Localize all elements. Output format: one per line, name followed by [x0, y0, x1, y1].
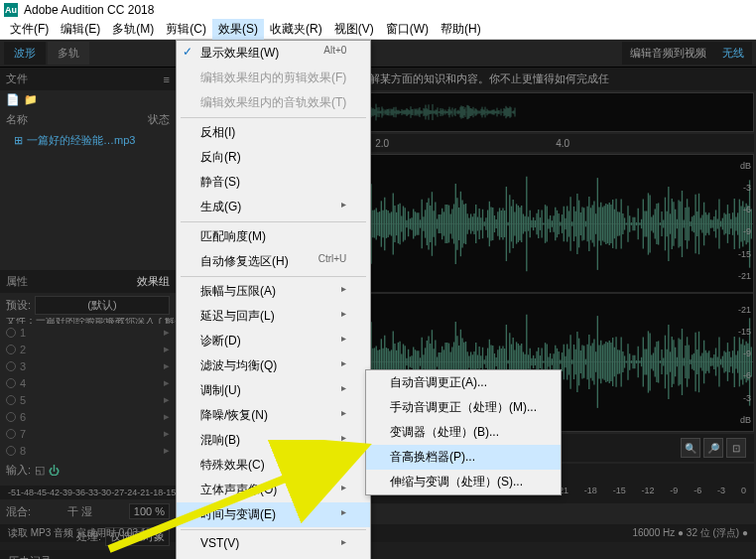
- menu-edit[interactable]: 编辑(E): [55, 19, 106, 40]
- mix-percent[interactable]: 100 %: [129, 503, 170, 519]
- menu-item[interactable]: 匹配响度(M): [177, 224, 370, 249]
- menu-clip[interactable]: 剪辑(C): [160, 19, 212, 40]
- menu-item-label: 混响(B): [200, 432, 240, 449]
- ruler-mark: -24: [124, 488, 137, 497]
- workspace-video[interactable]: 编辑音频到视频: [622, 42, 714, 65]
- submenu-item[interactable]: 音高换档器(P)...: [366, 445, 561, 470]
- col-status[interactable]: 状态: [148, 112, 170, 127]
- menu-help[interactable]: 帮助(H): [435, 19, 487, 40]
- db-mark: dB: [731, 415, 751, 425]
- menu-view[interactable]: 视图(V): [328, 19, 380, 40]
- menu-favorites[interactable]: 收藏夹(R): [264, 19, 328, 40]
- menu-item[interactable]: 诊断(D)▸: [177, 329, 370, 353]
- power-toggle-icon[interactable]: [6, 395, 16, 405]
- power-toggle-icon[interactable]: [6, 429, 16, 439]
- db-mark: -3: [731, 393, 751, 403]
- chevron-right-icon: ▸: [164, 359, 170, 372]
- menu-window[interactable]: 窗口(W): [380, 19, 435, 40]
- status-right: 16000 Hz ● 32 位 (浮点) ●: [632, 526, 748, 540]
- menu-item-label: 显示效果组(W): [200, 45, 279, 62]
- menu-item[interactable]: 滤波与均衡(Q)▸: [177, 353, 370, 378]
- tab-waveform[interactable]: 波形: [4, 42, 46, 65]
- workspace-wireless[interactable]: 无线: [714, 42, 752, 65]
- power-toggle-icon[interactable]: [6, 378, 16, 388]
- menu-item-label: 反向(R): [200, 149, 241, 166]
- menu-item[interactable]: ✓显示效果组(W)Alt+0: [177, 41, 370, 66]
- preset-select[interactable]: (默认): [35, 296, 170, 315]
- menu-item[interactable]: 混响(B)▸: [177, 428, 370, 453]
- zoom-out-icon[interactable]: 🔎: [703, 438, 723, 458]
- submenu-item[interactable]: 自动音调更正(A)...: [366, 370, 561, 395]
- menu-item[interactable]: VST(V)▸: [177, 532, 370, 554]
- menu-item[interactable]: 批处理(S)▸: [177, 554, 370, 559]
- effect-slot[interactable]: 4▸: [0, 374, 176, 391]
- zoom-full-icon[interactable]: ⊡: [726, 438, 746, 458]
- new-file-icon[interactable]: 📄: [6, 93, 20, 106]
- mode-toolbar: 波形 多轨 编辑音频到视频 无线: [0, 40, 756, 68]
- effect-slot[interactable]: 3▸: [0, 357, 176, 374]
- menubar: 文件(F) 编辑(E) 多轨(M) 剪辑(C) 效果(S) 收藏夹(R) 视图(…: [0, 20, 756, 40]
- menu-effects[interactable]: 效果(S): [212, 19, 264, 40]
- db-mark: -21: [731, 271, 751, 281]
- power-icon[interactable]: ⏻: [49, 465, 60, 477]
- col-name[interactable]: 名称: [6, 112, 28, 127]
- input-meter-icon[interactable]: ◱: [35, 464, 45, 477]
- menu-item-label: 调制(U): [200, 382, 241, 399]
- effect-slot[interactable]: 6▸: [0, 408, 176, 425]
- tab-multitrack[interactable]: 多轨: [48, 42, 89, 65]
- power-toggle-icon[interactable]: [6, 446, 16, 456]
- submenu-item[interactable]: 手动音调更正（处理）(M)...: [366, 395, 561, 420]
- db-mark: -9: [731, 226, 751, 236]
- chevron-right-icon: ▸: [341, 482, 346, 498]
- chevron-right-icon: ▸: [164, 343, 170, 355]
- chevron-right-icon: ▸: [341, 407, 346, 424]
- menu-item[interactable]: 调制(U)▸: [177, 378, 370, 403]
- menu-item[interactable]: 静音(S): [177, 170, 370, 195]
- slot-number: 5: [20, 394, 26, 406]
- list-item[interactable]: ⊞ 一篇好的经验能…mp3: [0, 130, 176, 151]
- zoom-in-icon[interactable]: 🔍: [681, 438, 700, 458]
- menu-item-label: 滤波与均衡(Q): [200, 357, 277, 374]
- power-toggle-icon[interactable]: [6, 345, 16, 354]
- effect-slot[interactable]: 8▸: [0, 442, 176, 459]
- level-mark: -9: [670, 486, 678, 495]
- ruler-mark: -21: [137, 488, 150, 497]
- power-toggle-icon[interactable]: [6, 361, 16, 371]
- chevron-right-icon: ▸: [341, 506, 346, 523]
- ruler-mark: -39: [60, 488, 72, 497]
- menu-item[interactable]: 特殊效果(C)▸: [177, 453, 370, 478]
- files-panel-header: 文件 ≡: [0, 68, 176, 90]
- menu-file[interactable]: 文件(F): [4, 19, 55, 40]
- slot-number: 6: [20, 411, 26, 423]
- panel-menu-icon[interactable]: ≡: [164, 73, 170, 85]
- menu-multitrack[interactable]: 多轨(M): [106, 19, 160, 40]
- tab-properties[interactable]: 属性: [6, 274, 28, 289]
- tab-effects-rack[interactable]: 效果组: [137, 274, 170, 289]
- submenu-item[interactable]: 变调器（处理）(B)...: [366, 420, 561, 445]
- db-mark: -6: [731, 205, 751, 214]
- menu-item[interactable]: 立体声声像(O)▸: [177, 478, 370, 502]
- effect-slot[interactable]: 1▸: [0, 324, 176, 341]
- menu-item-label: 变调器（处理）(B)...: [390, 424, 499, 441]
- titlebar: Au Adobe Audition CC 2018: [0, 0, 756, 20]
- db-mark: -9: [731, 349, 751, 358]
- effect-slot[interactable]: 7▸: [0, 425, 176, 442]
- menu-item[interactable]: 时间与变调(E)▸: [177, 502, 370, 527]
- menu-item[interactable]: 自动修复选区(H)Ctrl+U: [177, 249, 370, 274]
- slot-number: 4: [20, 377, 26, 389]
- effect-slot[interactable]: 2▸: [0, 341, 176, 357]
- submenu-item[interactable]: 伸缩与变调（处理）(S)...: [366, 470, 561, 494]
- menu-item[interactable]: 生成(G)▸: [177, 195, 370, 219]
- menu-item[interactable]: 降噪/恢复(N)▸: [177, 403, 370, 428]
- effect-slot[interactable]: 5▸: [0, 391, 176, 408]
- left-panel: 文件 ≡ 📄 📁 名称 状态 ⊞ 一篇好的经验能…mp3 属性 效果组 预设: …: [0, 68, 176, 524]
- menu-item[interactable]: 振幅与压限(A)▸: [177, 279, 370, 304]
- statusbar: 读取 MP3 音频 完成用时 0.03 秒 16000 Hz ● 32 位 (浮…: [0, 524, 756, 542]
- power-toggle-icon[interactable]: [6, 412, 16, 422]
- file-name: 一篇好的经验能…mp3: [27, 133, 135, 148]
- menu-item[interactable]: 延迟与回声(L)▸: [177, 304, 370, 329]
- power-toggle-icon[interactable]: [6, 328, 16, 338]
- menu-item[interactable]: 反相(I): [177, 120, 370, 145]
- menu-item[interactable]: 反向(R): [177, 145, 370, 170]
- open-file-icon[interactable]: 📁: [24, 93, 38, 106]
